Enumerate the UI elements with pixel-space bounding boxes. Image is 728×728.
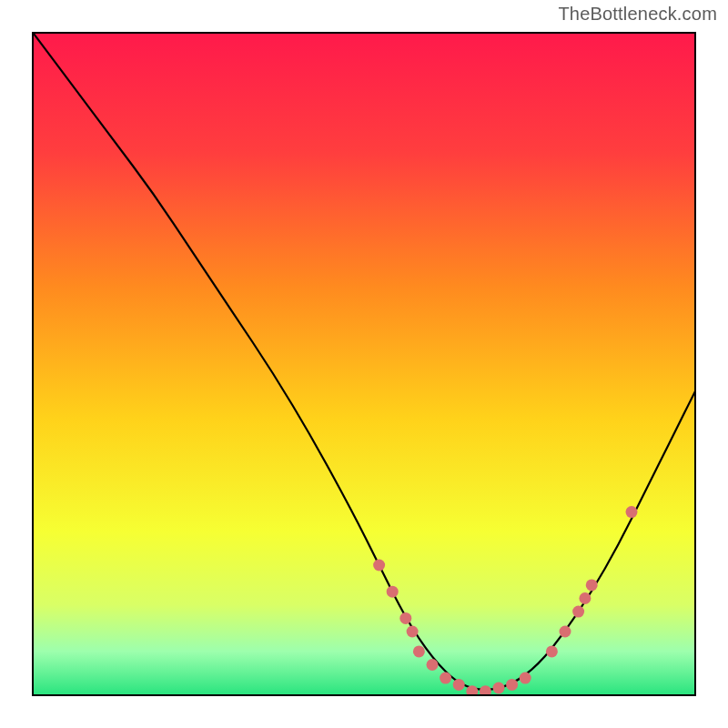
watermark-text: TheBottleneck.com xyxy=(558,4,717,25)
data-point xyxy=(407,626,419,638)
data-point xyxy=(506,679,518,691)
data-point xyxy=(453,679,465,691)
chart-svg xyxy=(34,34,696,696)
data-point xyxy=(413,645,425,657)
data-point xyxy=(373,560,385,571)
data-point xyxy=(586,579,598,591)
data-point xyxy=(493,682,505,694)
data-point xyxy=(399,612,411,624)
chart-stage: TheBottleneck.com xyxy=(0,0,728,728)
data-point xyxy=(427,659,439,671)
plot-frame xyxy=(32,32,696,696)
data-point xyxy=(626,506,638,518)
data-point xyxy=(572,606,584,618)
data-point xyxy=(546,645,558,657)
chart-background xyxy=(34,34,696,696)
data-point xyxy=(387,586,399,598)
data-point xyxy=(520,672,531,684)
data-point xyxy=(440,672,451,684)
data-point xyxy=(579,592,591,604)
data-point xyxy=(560,626,571,638)
